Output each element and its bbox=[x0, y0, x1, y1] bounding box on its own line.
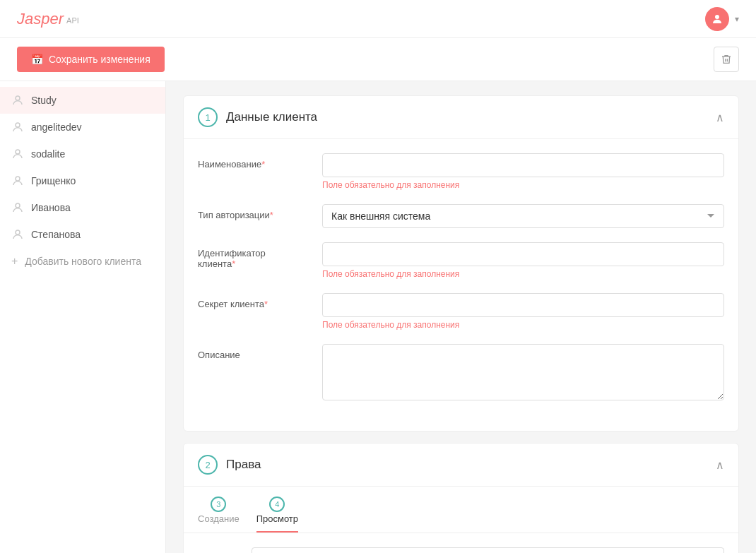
client-id-field-row: Идентификаторклиента* Поле обязательно д… bbox=[198, 242, 724, 279]
auth-control-wrap: Как внешняя система OAuth2 JWT bbox=[322, 204, 724, 228]
section2-header: 2 Права ∧ bbox=[184, 444, 738, 487]
svg-point-0 bbox=[715, 15, 719, 19]
schema-select[interactable] bbox=[252, 547, 724, 553]
section1-header: 1 Данные клиента ∧ bbox=[184, 96, 738, 139]
sidebar-item-label: angelitedev bbox=[31, 121, 82, 133]
save-icon: 📅 bbox=[31, 54, 43, 65]
section1-title: 1 Данные клиента bbox=[198, 107, 317, 127]
tab-create[interactable]: 3 Создание bbox=[198, 489, 240, 533]
sidebar-item-label: Степанова bbox=[31, 229, 81, 240]
svg-point-6 bbox=[16, 230, 20, 234]
sidebar-item-study[interactable]: Study bbox=[0, 87, 165, 114]
main-layout: Study angelitedev sodalite Грищенко Иван… bbox=[0, 81, 756, 553]
sidebar-item-label: Иванова bbox=[31, 202, 71, 213]
client-secret-input[interactable] bbox=[322, 293, 724, 317]
desc-label: Описание bbox=[198, 344, 311, 360]
logo-text: Jasper bbox=[17, 10, 64, 28]
name-label: Наименование* bbox=[198, 153, 311, 170]
name-error: Поле обязательно для заполнения bbox=[322, 180, 724, 190]
secret-error: Поле обязательно для заполнения bbox=[322, 320, 724, 330]
sidebar-item-sodalite[interactable]: sodalite bbox=[0, 141, 165, 167]
name-field-row: Наименование* Поле обязательно для запол… bbox=[198, 153, 724, 190]
client-id-control-wrap: Поле обязательно для заполнения bbox=[322, 242, 724, 279]
client-id-error: Поле обязательно для заполнения bbox=[322, 269, 724, 279]
svg-point-2 bbox=[16, 123, 20, 127]
client-id-label: Идентификаторклиента* bbox=[198, 242, 311, 269]
section2-title-text: Права bbox=[226, 458, 261, 472]
secret-label: Секрет клиента* bbox=[198, 293, 311, 309]
auth-type-select[interactable]: Как внешняя система OAuth2 JWT bbox=[322, 204, 724, 228]
auth-type-field-row: Тип авторизации* Как внешняя система OAu… bbox=[198, 204, 724, 228]
tab-view-label: Просмотр bbox=[256, 513, 298, 524]
add-label: Добавить нового клиента bbox=[25, 256, 141, 267]
save-button[interactable]: 📅 Сохранить изменения bbox=[17, 47, 165, 72]
rights-section: 2 Права ∧ 3 Создание 4 Просмотр bbox=[183, 443, 739, 553]
sidebar-item-label: Study bbox=[31, 95, 57, 106]
content-area: 1 Данные клиента ∧ Наименование* Поле об… bbox=[166, 81, 756, 553]
header-right: ▾ bbox=[705, 7, 739, 31]
schema-row: Схема bbox=[198, 547, 724, 553]
client-secret-field-row: Секрет клиента* Поле обязательно для зап… bbox=[198, 293, 724, 330]
description-input[interactable] bbox=[322, 344, 724, 400]
chevron-down-icon[interactable]: ▾ bbox=[735, 14, 739, 24]
tab-view[interactable]: 4 Просмотр bbox=[256, 489, 298, 533]
logo-api: API bbox=[66, 16, 79, 25]
step3-circle: 3 bbox=[211, 496, 226, 512]
add-client-button[interactable]: + Добавить нового клиента bbox=[0, 248, 165, 275]
delete-button[interactable] bbox=[714, 47, 739, 72]
section1-body: Наименование* Поле обязательно для запол… bbox=[184, 139, 738, 431]
secret-control-wrap: Поле обязательно для заполнения bbox=[322, 293, 724, 330]
client-data-section: 1 Данные клиента ∧ Наименование* Поле об… bbox=[183, 95, 739, 432]
section2-title: 2 Права bbox=[198, 455, 261, 475]
section1-title-text: Данные клиента bbox=[226, 110, 317, 124]
toolbar: 📅 Сохранить изменения bbox=[0, 38, 756, 81]
logo: Jasper API bbox=[17, 10, 79, 28]
description-field-row: Описание bbox=[198, 344, 724, 403]
svg-point-3 bbox=[16, 150, 20, 154]
sidebar-item-angelitedev[interactable]: angelitedev bbox=[0, 114, 165, 141]
tab-create-label: Создание bbox=[198, 513, 240, 524]
sidebar-item-label: sodalite bbox=[31, 148, 65, 160]
svg-point-4 bbox=[16, 177, 20, 181]
sidebar-item-label: Грищенко bbox=[31, 175, 76, 186]
name-control-wrap: Поле обязательно для заполнения bbox=[322, 153, 724, 190]
step2-circle: 2 bbox=[198, 455, 218, 475]
add-icon: + bbox=[11, 255, 18, 268]
collapse-section1-icon[interactable]: ∧ bbox=[716, 111, 724, 124]
rights-body: Схема 🔍 Наименование типа Псевдоним типа bbox=[184, 533, 738, 553]
client-id-input[interactable] bbox=[322, 242, 724, 266]
name-input[interactable] bbox=[322, 153, 724, 177]
step4-circle: 4 bbox=[269, 496, 285, 512]
sidebar-item-stepanova[interactable]: Степанова bbox=[0, 221, 165, 248]
auth-label: Тип авторизации* bbox=[198, 204, 311, 220]
sidebar: Study angelitedev sodalite Грищенко Иван… bbox=[0, 81, 166, 553]
header: Jasper API ▾ bbox=[0, 0, 756, 38]
save-label: Сохранить изменения bbox=[49, 54, 150, 65]
desc-control-wrap bbox=[322, 344, 724, 403]
collapse-section2-icon[interactable]: ∧ bbox=[716, 458, 724, 472]
rights-tabs: 3 Создание 4 Просмотр bbox=[184, 489, 738, 533]
sidebar-item-grishchenko[interactable]: Грищенко bbox=[0, 167, 165, 194]
svg-point-1 bbox=[16, 96, 20, 100]
step1-circle: 1 bbox=[198, 107, 218, 127]
svg-point-5 bbox=[16, 203, 20, 208]
avatar[interactable] bbox=[705, 7, 729, 31]
sidebar-item-ivanova[interactable]: Иванова bbox=[0, 194, 165, 221]
